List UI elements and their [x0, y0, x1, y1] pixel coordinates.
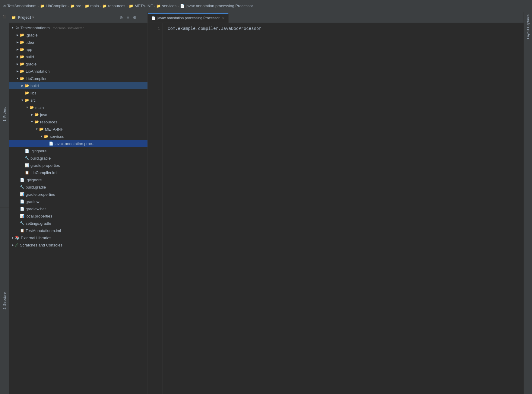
label-gitignore-lib: .gitignore [30, 149, 46, 153]
toggle-resources[interactable]: ▼ [30, 119, 34, 124]
toggle-main[interactable]: ▼ [25, 105, 30, 110]
toggle-external-libs[interactable]: ▶ [10, 235, 15, 240]
icon-gitignore-root: 📄 [20, 178, 24, 182]
sidebar-structure-section[interactable]: 2: Structure [3, 208, 6, 394]
toggle-libcompiler[interactable]: ▼ [15, 76, 20, 81]
tree-item-gitignore-root[interactable]: ▶ 📄 .gitignore [9, 176, 147, 183]
toggle-idea[interactable]: ▶ [15, 40, 20, 45]
tree-item-gradlew-bat[interactable]: ▶ 📄 gradlew.bat [9, 205, 147, 212]
breadcrumb-sep-5: › [154, 4, 155, 8]
tree-item-libs[interactable]: ▶ 📂 libs [9, 89, 147, 97]
tree-item-testannotationm[interactable]: ▼ 🗂 TestAnnotationm ~/personal/software/… [9, 24, 147, 31]
tree-item-build-gradle-lib[interactable]: ▶ 🔧 build.gradle [9, 154, 147, 162]
panel-dropdown-icon[interactable]: ▾ [32, 15, 34, 19]
tree-item-build-root[interactable]: ▶ 📂 build [9, 53, 147, 60]
tree-item-external-libs[interactable]: ▶ 📚 External Libraries [9, 234, 147, 241]
icon-testannotationm-iml: 📋 [20, 228, 24, 233]
label-resources: resources [40, 120, 57, 124]
tree-item-libannotation[interactable]: ▶ 📂 LibAnnotation [9, 68, 147, 75]
breadcrumb-item-4[interactable]: 📁 resources [102, 4, 125, 8]
tab-file-icon: 📄 [151, 16, 156, 20]
tree-item-resources[interactable]: ▼ 📂 resources [9, 118, 147, 126]
toggle-scratches[interactable]: ▶ [10, 243, 15, 247]
breadcrumb-item-0[interactable]: 🗂 TestAnnotationm [2, 4, 36, 8]
label-gradle-props-root: gradle.properties [26, 192, 55, 197]
toggle-services[interactable]: ▼ [39, 134, 44, 139]
label-java: java [40, 113, 47, 117]
tree-item-main[interactable]: ▼ 📂 main [9, 104, 147, 111]
breadcrumb-item-1[interactable]: 📁 LibCompiler [40, 4, 67, 8]
sidebar-project-label[interactable]: 1: Project [3, 107, 6, 121]
toggle-gradle[interactable]: ▶ [15, 33, 20, 37]
editor-tabs: 📄 javax.annotation.processing.Processor … [148, 12, 524, 23]
tree-item-metainf[interactable]: ▼ 📂 META-INF [9, 126, 147, 133]
label-settings-gradle: settings.gradle [26, 221, 51, 226]
settings-icon[interactable]: ⚙ [132, 14, 137, 21]
icon-src: 📂 [25, 98, 29, 102]
tree-item-build-gradle-root[interactable]: ▶ 🔧 build.gradle [9, 183, 147, 191]
tree-item-libcompiler-iml[interactable]: ▶ 📋 LibCompiler.iml [9, 169, 147, 176]
minimize-icon[interactable]: — [140, 14, 145, 21]
tree-item-settings-gradle[interactable]: ▶ 🔧 settings.gradle [9, 220, 147, 227]
tree-item-processor[interactable]: ▶ 📄 javax.annotation.proc… [9, 140, 147, 147]
sidebar-icon-top[interactable]: ⬛ [0, 12, 9, 21]
breadcrumb-label-6: services [162, 4, 176, 8]
toggle-metainf[interactable]: ▼ [34, 127, 39, 132]
tree-item-gradle-root[interactable]: ▶ 📂 gradle [9, 60, 147, 68]
file-icon-7: 📄 [180, 4, 185, 8]
locate-icon[interactable]: ⊕ [119, 14, 124, 21]
icon-settings-gradle: 🔧 [20, 221, 24, 225]
layout-captures-label[interactable]: Layout Captures [526, 12, 530, 41]
toggle-src[interactable]: ▼ [20, 98, 25, 103]
options-icon[interactable]: ≡ [126, 14, 130, 21]
toggle-build-root[interactable]: ▶ [15, 54, 20, 59]
editor-tab-processor[interactable]: 📄 javax.annotation.processing.Processor … [148, 13, 229, 23]
tree-item-gradlew[interactable]: ▶ 📄 gradlew [9, 198, 147, 205]
tree-item-app[interactable]: ▶ 📂 app [9, 46, 147, 53]
breadcrumb-label-5: META-INF [135, 4, 153, 8]
tree-item-local-props[interactable]: ▶ 📊 local.properties [9, 212, 147, 220]
panel-actions: ⊕ ≡ ⚙ — [119, 14, 145, 21]
tree-item-scratches[interactable]: ▶ 🖊 Scratches and Consoles [9, 241, 147, 249]
toggle-build-lib[interactable]: ▶ [20, 83, 25, 88]
tree-item-services[interactable]: ▼ 📂 services [9, 133, 147, 140]
tree-item-gitignore-lib[interactable]: ▶ 📄 .gitignore [9, 147, 147, 154]
breadcrumb-item-3[interactable]: 📁 main [85, 4, 99, 8]
sidebar-structure-label[interactable]: 2: Structure [3, 292, 6, 310]
panel-title: 📁 Project ▾ [11, 15, 34, 20]
breadcrumb-item-6[interactable]: 📁 services [156, 4, 176, 8]
tree-item-gradle[interactable]: ▶ 📂 .gradle [9, 31, 147, 39]
folder-icon-4: 📁 [102, 4, 107, 8]
tree-item-testannotationm-iml[interactable]: ▶ 📋 TestAnnotationm.iml [9, 227, 147, 234]
tree-item-build-lib[interactable]: ▶ 📂 build [9, 82, 147, 89]
label-gradlew: gradlew [26, 199, 40, 204]
toggle-app[interactable]: ▶ [15, 47, 20, 52]
sidebar-project-section[interactable]: 1: Project [3, 21, 6, 208]
main-layout: ⬛ 1: Project 2: Structure 📁 Project ▾ ⊕ … [0, 12, 532, 394]
toggle-libannotation[interactable]: ▶ [15, 69, 20, 74]
tree-item-gradle-props-root[interactable]: ▶ 📊 gradle.properties [9, 191, 147, 198]
icon-resources: 📂 [34, 120, 39, 124]
breadcrumb-item-5[interactable]: 📁 META-INF [129, 4, 153, 8]
tab-close-icon[interactable]: ✕ [222, 16, 225, 20]
icon-gradlew: 📄 [20, 199, 24, 204]
panel-folder-icon: 📁 [11, 15, 16, 20]
tree-item-libcompiler[interactable]: ▼ 📂 LibCompiler [9, 75, 147, 82]
breadcrumb-sep-4: › [127, 4, 128, 8]
breadcrumb-item-2[interactable]: 📁 src [70, 4, 81, 8]
tree-item-idea[interactable]: ▶ 📂 .idea [9, 39, 147, 46]
tree-item-src[interactable]: ▼ 📂 src [9, 97, 147, 104]
breadcrumb-item-7[interactable]: 📄 javax.annotation.processing.Processor [180, 4, 253, 8]
project-tree[interactable]: ▼ 🗂 TestAnnotationm ~/personal/software/… [9, 23, 147, 394]
label-processor: javax.annotation.proc… [55, 141, 96, 146]
tree-item-java[interactable]: ▶ 📂 java [9, 111, 147, 118]
toggle-gradle-root[interactable]: ▶ [15, 62, 20, 66]
left-sidebar-strip: ⬛ 1: Project 2: Structure [0, 12, 9, 394]
toggle-java[interactable]: ▶ [30, 112, 34, 117]
tree-item-gradle-props-lib[interactable]: ▶ 📊 gradle.properties [9, 162, 147, 169]
toggle-testannotationm[interactable]: ▼ [10, 25, 15, 30]
breadcrumb-label-4: resources [108, 4, 125, 8]
icon-libannotation: 📂 [20, 69, 24, 73]
code-line-1: com.example.compiler.JavaDocProcessor [168, 25, 519, 32]
editor-code[interactable]: com.example.compiler.JavaDocProcessor [163, 23, 524, 394]
